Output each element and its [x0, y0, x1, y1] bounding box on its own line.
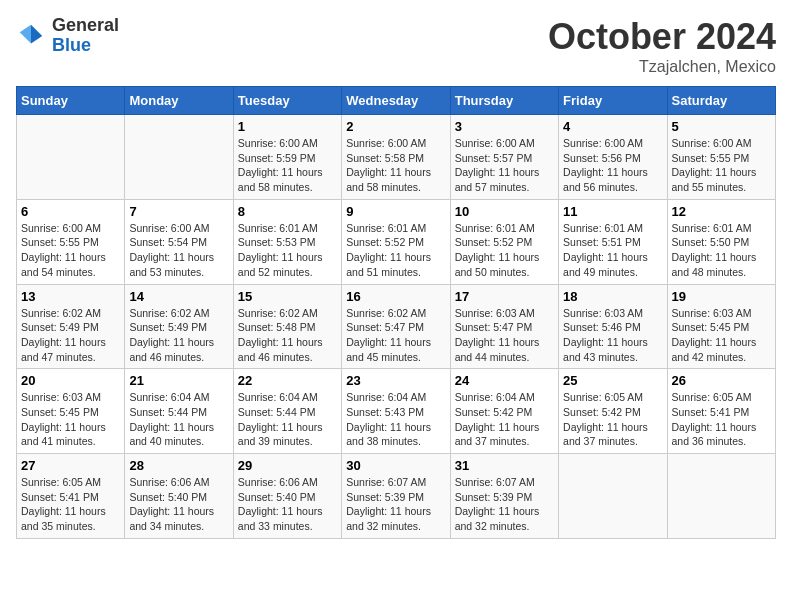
- calendar-cell: 10Sunrise: 6:01 AM Sunset: 5:52 PM Dayli…: [450, 199, 558, 284]
- calendar-cell: [17, 115, 125, 200]
- weekday-header-thursday: Thursday: [450, 87, 558, 115]
- day-number: 5: [672, 119, 771, 134]
- calendar-cell: 8Sunrise: 6:01 AM Sunset: 5:53 PM Daylig…: [233, 199, 341, 284]
- calendar-cell: 17Sunrise: 6:03 AM Sunset: 5:47 PM Dayli…: [450, 284, 558, 369]
- day-detail: Sunrise: 6:00 AM Sunset: 5:56 PM Dayligh…: [563, 136, 662, 195]
- week-row-1: 1Sunrise: 6:00 AM Sunset: 5:59 PM Daylig…: [17, 115, 776, 200]
- calendar-cell: 14Sunrise: 6:02 AM Sunset: 5:49 PM Dayli…: [125, 284, 233, 369]
- day-detail: Sunrise: 6:00 AM Sunset: 5:59 PM Dayligh…: [238, 136, 337, 195]
- logo-general-text: General: [52, 16, 119, 36]
- calendar-cell: 6Sunrise: 6:00 AM Sunset: 5:55 PM Daylig…: [17, 199, 125, 284]
- day-number: 11: [563, 204, 662, 219]
- day-number: 2: [346, 119, 445, 134]
- weekday-header-monday: Monday: [125, 87, 233, 115]
- calendar-cell: [667, 454, 775, 539]
- calendar-table: SundayMondayTuesdayWednesdayThursdayFrid…: [16, 86, 776, 539]
- calendar-cell: [125, 115, 233, 200]
- week-row-2: 6Sunrise: 6:00 AM Sunset: 5:55 PM Daylig…: [17, 199, 776, 284]
- day-number: 15: [238, 289, 337, 304]
- day-number: 25: [563, 373, 662, 388]
- day-detail: Sunrise: 6:04 AM Sunset: 5:43 PM Dayligh…: [346, 390, 445, 449]
- day-detail: Sunrise: 6:02 AM Sunset: 5:47 PM Dayligh…: [346, 306, 445, 365]
- calendar-cell: 16Sunrise: 6:02 AM Sunset: 5:47 PM Dayli…: [342, 284, 450, 369]
- week-row-4: 20Sunrise: 6:03 AM Sunset: 5:45 PM Dayli…: [17, 369, 776, 454]
- calendar-cell: 11Sunrise: 6:01 AM Sunset: 5:51 PM Dayli…: [559, 199, 667, 284]
- day-detail: Sunrise: 6:04 AM Sunset: 5:42 PM Dayligh…: [455, 390, 554, 449]
- day-number: 20: [21, 373, 120, 388]
- day-detail: Sunrise: 6:04 AM Sunset: 5:44 PM Dayligh…: [238, 390, 337, 449]
- day-detail: Sunrise: 6:00 AM Sunset: 5:55 PM Dayligh…: [672, 136, 771, 195]
- day-number: 17: [455, 289, 554, 304]
- calendar-cell: 21Sunrise: 6:04 AM Sunset: 5:44 PM Dayli…: [125, 369, 233, 454]
- weekday-header-row: SundayMondayTuesdayWednesdayThursdayFrid…: [17, 87, 776, 115]
- day-detail: Sunrise: 6:03 AM Sunset: 5:45 PM Dayligh…: [21, 390, 120, 449]
- calendar-cell: 1Sunrise: 6:00 AM Sunset: 5:59 PM Daylig…: [233, 115, 341, 200]
- day-number: 7: [129, 204, 228, 219]
- calendar-cell: 22Sunrise: 6:04 AM Sunset: 5:44 PM Dayli…: [233, 369, 341, 454]
- day-detail: Sunrise: 6:07 AM Sunset: 5:39 PM Dayligh…: [346, 475, 445, 534]
- day-detail: Sunrise: 6:07 AM Sunset: 5:39 PM Dayligh…: [455, 475, 554, 534]
- weekday-header-sunday: Sunday: [17, 87, 125, 115]
- logo: General Blue: [16, 16, 119, 56]
- day-detail: Sunrise: 6:01 AM Sunset: 5:51 PM Dayligh…: [563, 221, 662, 280]
- day-detail: Sunrise: 6:06 AM Sunset: 5:40 PM Dayligh…: [129, 475, 228, 534]
- calendar-cell: 3Sunrise: 6:00 AM Sunset: 5:57 PM Daylig…: [450, 115, 558, 200]
- day-detail: Sunrise: 6:00 AM Sunset: 5:57 PM Dayligh…: [455, 136, 554, 195]
- day-number: 30: [346, 458, 445, 473]
- calendar-cell: 23Sunrise: 6:04 AM Sunset: 5:43 PM Dayli…: [342, 369, 450, 454]
- day-detail: Sunrise: 6:03 AM Sunset: 5:46 PM Dayligh…: [563, 306, 662, 365]
- calendar-cell: 19Sunrise: 6:03 AM Sunset: 5:45 PM Dayli…: [667, 284, 775, 369]
- weekday-header-friday: Friday: [559, 87, 667, 115]
- calendar-cell: 29Sunrise: 6:06 AM Sunset: 5:40 PM Dayli…: [233, 454, 341, 539]
- calendar-cell: [559, 454, 667, 539]
- day-number: 23: [346, 373, 445, 388]
- day-detail: Sunrise: 6:00 AM Sunset: 5:58 PM Dayligh…: [346, 136, 445, 195]
- day-detail: Sunrise: 6:03 AM Sunset: 5:47 PM Dayligh…: [455, 306, 554, 365]
- weekday-header-saturday: Saturday: [667, 87, 775, 115]
- day-detail: Sunrise: 6:06 AM Sunset: 5:40 PM Dayligh…: [238, 475, 337, 534]
- week-row-3: 13Sunrise: 6:02 AM Sunset: 5:49 PM Dayli…: [17, 284, 776, 369]
- day-number: 13: [21, 289, 120, 304]
- day-detail: Sunrise: 6:01 AM Sunset: 5:50 PM Dayligh…: [672, 221, 771, 280]
- week-row-5: 27Sunrise: 6:05 AM Sunset: 5:41 PM Dayli…: [17, 454, 776, 539]
- calendar-cell: 4Sunrise: 6:00 AM Sunset: 5:56 PM Daylig…: [559, 115, 667, 200]
- calendar-cell: 9Sunrise: 6:01 AM Sunset: 5:52 PM Daylig…: [342, 199, 450, 284]
- title-block: October 2024 Tzajalchen, Mexico: [548, 16, 776, 76]
- day-number: 28: [129, 458, 228, 473]
- day-detail: Sunrise: 6:02 AM Sunset: 5:48 PM Dayligh…: [238, 306, 337, 365]
- day-number: 8: [238, 204, 337, 219]
- day-number: 24: [455, 373, 554, 388]
- logo-blue-text: Blue: [52, 36, 119, 56]
- calendar-cell: 15Sunrise: 6:02 AM Sunset: 5:48 PM Dayli…: [233, 284, 341, 369]
- calendar-cell: 12Sunrise: 6:01 AM Sunset: 5:50 PM Dayli…: [667, 199, 775, 284]
- day-number: 26: [672, 373, 771, 388]
- day-detail: Sunrise: 6:02 AM Sunset: 5:49 PM Dayligh…: [129, 306, 228, 365]
- calendar-cell: 31Sunrise: 6:07 AM Sunset: 5:39 PM Dayli…: [450, 454, 558, 539]
- calendar-cell: 30Sunrise: 6:07 AM Sunset: 5:39 PM Dayli…: [342, 454, 450, 539]
- day-number: 19: [672, 289, 771, 304]
- day-number: 12: [672, 204, 771, 219]
- day-number: 22: [238, 373, 337, 388]
- day-detail: Sunrise: 6:01 AM Sunset: 5:52 PM Dayligh…: [346, 221, 445, 280]
- calendar-cell: 18Sunrise: 6:03 AM Sunset: 5:46 PM Dayli…: [559, 284, 667, 369]
- day-number: 27: [21, 458, 120, 473]
- day-detail: Sunrise: 6:00 AM Sunset: 5:54 PM Dayligh…: [129, 221, 228, 280]
- day-detail: Sunrise: 6:01 AM Sunset: 5:52 PM Dayligh…: [455, 221, 554, 280]
- day-number: 18: [563, 289, 662, 304]
- day-number: 4: [563, 119, 662, 134]
- calendar-cell: 13Sunrise: 6:02 AM Sunset: 5:49 PM Dayli…: [17, 284, 125, 369]
- calendar-cell: 7Sunrise: 6:00 AM Sunset: 5:54 PM Daylig…: [125, 199, 233, 284]
- weekday-header-wednesday: Wednesday: [342, 87, 450, 115]
- calendar-cell: 28Sunrise: 6:06 AM Sunset: 5:40 PM Dayli…: [125, 454, 233, 539]
- logo-icon: [16, 21, 46, 51]
- calendar-cell: 25Sunrise: 6:05 AM Sunset: 5:42 PM Dayli…: [559, 369, 667, 454]
- calendar-cell: 20Sunrise: 6:03 AM Sunset: 5:45 PM Dayli…: [17, 369, 125, 454]
- day-detail: Sunrise: 6:03 AM Sunset: 5:45 PM Dayligh…: [672, 306, 771, 365]
- day-number: 9: [346, 204, 445, 219]
- calendar-cell: 27Sunrise: 6:05 AM Sunset: 5:41 PM Dayli…: [17, 454, 125, 539]
- calendar-cell: 24Sunrise: 6:04 AM Sunset: 5:42 PM Dayli…: [450, 369, 558, 454]
- day-number: 29: [238, 458, 337, 473]
- day-detail: Sunrise: 6:04 AM Sunset: 5:44 PM Dayligh…: [129, 390, 228, 449]
- day-number: 16: [346, 289, 445, 304]
- calendar-cell: 2Sunrise: 6:00 AM Sunset: 5:58 PM Daylig…: [342, 115, 450, 200]
